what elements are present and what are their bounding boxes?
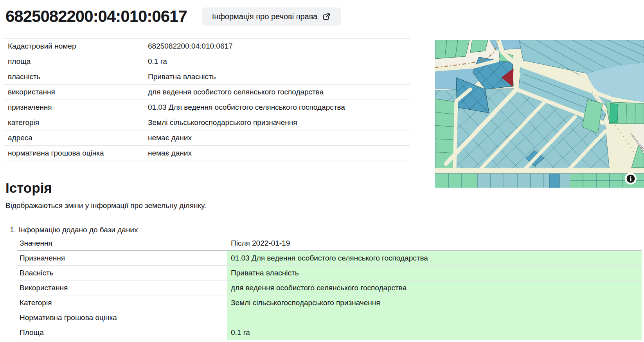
detail-value: немає даних (148, 134, 410, 142)
property-rights-button-label: Інформація про речові права (212, 12, 317, 21)
history-value: Приватна власність (227, 266, 642, 280)
table-row: нормативна грошова оцінка немає даних (4, 146, 410, 161)
history-value: Після 2022-01-19 (227, 236, 642, 251)
detail-label: використання (8, 88, 148, 96)
detail-value: 0.1 га (148, 57, 410, 66)
info-icon (630, 176, 631, 178)
detail-label: площа (8, 57, 148, 66)
history-value: Землі сільськогосподарського призначення (227, 295, 642, 310)
detail-value: 6825082200:04:010:0617 (148, 42, 410, 51)
history-item-label: Інформацію додано до бази даних (19, 225, 138, 235)
table-row: Категорія Землі сільськогосподарського п… (17, 295, 642, 310)
history-label: Нормативна грошова оцінка (17, 310, 227, 325)
detail-label: призначення (8, 103, 148, 112)
table-row: призначення 01.03 Для ведення особистого… (4, 100, 410, 115)
table-row: Кадастровий номер 6825082200:04:010:0617 (4, 38, 410, 54)
table-row: Нормативна грошова оцінка (17, 310, 642, 325)
history-label: Власність (17, 266, 227, 280)
history-value: для ведення особистого селянського госпо… (227, 280, 642, 295)
external-link-icon (322, 13, 331, 21)
detail-label: нормативна грошова оцінка (8, 149, 148, 157)
history-value (227, 310, 642, 325)
history-section: Історія Відображаються зміни у інформаці… (5, 179, 642, 340)
table-row: власність Приватна власність (4, 69, 410, 85)
history-item-title: 1. Інформацію додано до бази даних (5, 225, 642, 235)
cadastre-parcel-page: 6825082200:04:010:0617 Інформація про ре… (0, 0, 644, 342)
table-row: адреса немає даних (4, 130, 410, 146)
detail-value: немає даних (148, 149, 410, 157)
detail-value: Приватна власність (148, 72, 410, 81)
history-label: Значення (17, 236, 227, 251)
table-row: площа 0.1 га (4, 54, 410, 69)
parcel-details-table: Кадастровий номер 6825082200:04:010:0617… (4, 38, 410, 161)
detail-value: для ведення особистого селянського госпо… (148, 88, 410, 96)
detail-label: адреса (8, 134, 148, 142)
history-heading: Історія (5, 179, 642, 197)
history-item-number: 1. (10, 225, 16, 235)
history-value: 0.1 га (227, 325, 642, 340)
detail-label: категорія (8, 118, 148, 127)
property-rights-button[interactable]: Інформація про речові права (202, 7, 341, 26)
table-row: Використання для ведення особистого селя… (17, 280, 642, 295)
detail-value: Землі сільськогосподарського призначення (148, 118, 410, 127)
history-label: Площа (17, 325, 227, 340)
detail-label: Кадастровий номер (8, 42, 148, 51)
table-row: Власність Приватна власність (17, 266, 642, 280)
history-label: Використання (17, 280, 227, 295)
page-header: 6825082200:04:010:0617 Інформація про ре… (5, 7, 341, 26)
table-row: категорія Землі сільськогосподарського п… (4, 115, 410, 130)
table-row: Площа 0.1 га (17, 325, 642, 340)
detail-value: 01.03 Для ведення особистого селянського… (148, 103, 410, 112)
history-label: Категорія (17, 295, 227, 310)
history-subtitle: Відображаються зміни у інформації про зе… (5, 201, 642, 211)
cadastral-map[interactable]: хмельниц (435, 40, 644, 188)
history-label: Призначення (17, 251, 227, 266)
page-title: 6825082200:04:010:0617 (5, 7, 187, 26)
history-table: Значення Після 2022-01-19 Призначення 01… (17, 236, 642, 340)
table-row: Значення Після 2022-01-19 (17, 236, 642, 251)
history-value: 01.03 Для ведення особистого селянського… (227, 251, 642, 266)
detail-label: власність (8, 72, 148, 81)
table-row: Призначення 01.03 Для ведення особистого… (17, 251, 642, 266)
table-row: використання для ведення особистого селя… (4, 85, 410, 100)
